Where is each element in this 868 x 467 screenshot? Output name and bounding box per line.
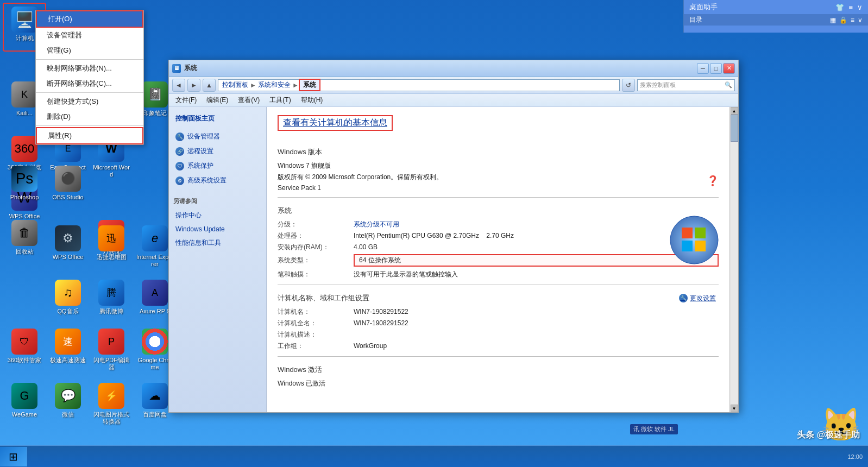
yinxiang-label: 印象笔记 bbox=[143, 110, 167, 117]
panel-list-icon[interactable]: ▦ bbox=[830, 16, 836, 24]
kaili-label: Kaili... bbox=[16, 110, 33, 117]
desktop-icon-tencentweibo[interactable]: 腾 腾讯微博 bbox=[90, 277, 133, 326]
sidebar-perfinfo[interactable]: 性能信息和工具 bbox=[173, 237, 262, 249]
path-sep-2: ► bbox=[292, 81, 299, 89]
kaili-icon: K bbox=[11, 81, 37, 108]
sidebar-advanced[interactable]: ⚙ 高级系统设置 bbox=[173, 174, 262, 187]
window-controls: ─ □ ✕ bbox=[697, 63, 735, 74]
panel-menu-icon[interactable]: ≡ bbox=[848, 3, 853, 11]
sidebar-winupdate[interactable]: Windows Update bbox=[173, 224, 262, 235]
scrollbar-down[interactable]: ▼ bbox=[731, 405, 738, 412]
menu-view[interactable]: 查看(V) bbox=[234, 94, 264, 106]
context-menu-delete[interactable]: 删除(D) bbox=[36, 109, 143, 124]
sidebar-perfinfo-label: 性能信息和工具 bbox=[175, 238, 221, 248]
context-menu-sep1 bbox=[36, 59, 143, 60]
desktop-icon-ps[interactable]: Ps Photoshop bbox=[3, 163, 46, 212]
axure-icon: A bbox=[142, 280, 168, 306]
desktop-icon-speedtest[interactable]: 速 极速高速测速 bbox=[46, 326, 90, 375]
computerfullname-value: WIN7-1908291522 bbox=[354, 319, 719, 327]
content-header-wrapper: 查看有关计算机的基本信息 bbox=[278, 115, 719, 139]
context-menu-sep2 bbox=[36, 92, 143, 93]
desktop-icon-qmusic[interactable]: ♫ QQ音乐 bbox=[46, 277, 90, 326]
menu-edit[interactable]: 编辑(E) bbox=[202, 94, 232, 106]
close-button[interactable]: ✕ bbox=[723, 63, 735, 74]
panel-expand-icon[interactable]: ≡ bbox=[851, 16, 854, 24]
ps-label: Photoshop bbox=[10, 194, 39, 201]
wechat-icon: 💬 bbox=[55, 383, 81, 409]
change-settings-label: 更改设置 bbox=[690, 294, 716, 303]
minimize-button[interactable]: ─ bbox=[697, 63, 709, 74]
panel-menu-label: 目录 bbox=[689, 15, 702, 24]
taskbar: ⊞ 12:00 bbox=[0, 445, 868, 467]
window-sidebar: 控制面板主页 🔧 设备管理器 🔗 远程设置 🛡 系统保护 ⚙ 高级系统设置 bbox=[169, 107, 267, 412]
wechat-label: 微信 bbox=[62, 411, 74, 418]
scrollbar-thumb[interactable] bbox=[731, 115, 738, 142]
desktop-icon-flashimgconv[interactable]: ⚡ 闪电图片格式转换器 bbox=[90, 380, 133, 429]
change-settings-link[interactable]: 🔧 更改设置 bbox=[679, 294, 716, 303]
panel-close-icon[interactable]: ∨ bbox=[858, 16, 863, 24]
path-segment-controlpanel[interactable]: 控制面板 bbox=[221, 80, 250, 90]
sidebar-remoteset[interactable]: 🔗 远程设置 bbox=[173, 145, 262, 157]
refresh-button[interactable]: ↺ bbox=[622, 79, 635, 92]
pdfeditor-icon: P bbox=[98, 329, 124, 355]
windows-copyright-row: 版权所有 © 2009 Microsoft Corporation。保留所有权利… bbox=[278, 173, 719, 182]
sidebar-controlpanel-home[interactable]: 控制面板主页 bbox=[173, 112, 262, 125]
sujianmind-icon: 迅 bbox=[98, 225, 124, 251]
context-menu-open[interactable]: 打开(O) bbox=[36, 10, 143, 28]
desktop-icon-sujianmind[interactable]: 迅 迅捷思维图 bbox=[90, 223, 133, 272]
context-menu-properties[interactable]: 属性(R) bbox=[36, 127, 143, 144]
sidebar-devmgr[interactable]: 🔧 设备管理器 bbox=[173, 130, 262, 143]
obs-icon: ⚫ bbox=[55, 166, 81, 192]
menu-help[interactable]: 帮助(H) bbox=[297, 94, 328, 106]
info-row-rating: 分级： 系统分级不可用 bbox=[278, 220, 719, 229]
context-menu-sep3 bbox=[36, 125, 143, 126]
system-tray: 12:00 bbox=[842, 453, 868, 460]
desktop-icon-wegame[interactable]: G WeGame bbox=[3, 380, 46, 429]
forward-button[interactable]: ► bbox=[187, 79, 200, 92]
path-segment-security[interactable]: 系统和安全 bbox=[256, 80, 292, 90]
search-box[interactable]: 搜索控制面板 🔍 bbox=[637, 79, 735, 91]
desktop-icon-recycle[interactable]: 🗑 回收站 bbox=[3, 217, 46, 266]
desktop-icon-steam[interactable]: ⚙ WPS Office bbox=[46, 223, 90, 272]
desktop-icon-pdfeditor[interactable]: P 闪电PDF编辑器 bbox=[90, 326, 133, 375]
sidebar-action-center-label: 操作中心 bbox=[175, 211, 202, 220]
panel-lock-icon[interactable]: 🔒 bbox=[839, 16, 847, 24]
cpu-label: 处理器： bbox=[278, 231, 354, 241]
up-button[interactable]: ▲ bbox=[203, 79, 216, 92]
sidebar-sysprot[interactable]: 🛡 系统保护 bbox=[173, 160, 262, 172]
back-button[interactable]: ◄ bbox=[172, 79, 185, 92]
sidebar-also-see-title: 另请参阅 bbox=[173, 197, 262, 205]
context-menu-devmgr[interactable]: 设备管理器 bbox=[36, 28, 143, 43]
context-menu-disconnectnet[interactable]: 断开网络驱动器(C)... bbox=[36, 76, 143, 91]
search-placeholder: 搜索控制面板 bbox=[640, 81, 676, 89]
context-menu-createshortcut[interactable]: 创建快捷方式(S) bbox=[36, 94, 143, 109]
address-bar[interactable]: 控制面板 ► 系统和安全 ► 系统 bbox=[218, 79, 620, 91]
window-title-left: 🖥 系统 bbox=[172, 64, 197, 73]
desktop-icon-360mgr[interactable]: 🛡 360软件管家 bbox=[3, 326, 46, 375]
sidebar-action-center[interactable]: 操作中心 bbox=[173, 209, 262, 222]
path-segment-system[interactable]: 系统 bbox=[299, 79, 320, 91]
help-icon[interactable]: ❓ bbox=[707, 175, 719, 187]
tray-time: 12:00 bbox=[847, 453, 863, 460]
panel-controls: 👕 ≡ ∨ bbox=[835, 3, 863, 11]
window-scrollbar[interactable]: ▲ ▼ bbox=[729, 107, 738, 412]
baidupan-label: 百度网盘 bbox=[143, 411, 167, 418]
qmusic-icon: ♫ bbox=[55, 280, 81, 306]
start-button[interactable]: ⊞ bbox=[0, 447, 27, 466]
desktop-icon-wechat[interactable]: 💬 微信 bbox=[46, 380, 90, 429]
scrollbar-up[interactable]: ▲ bbox=[731, 107, 738, 115]
sidebar-remoteset-icon: 🔗 bbox=[175, 147, 184, 156]
scrollbar-track[interactable] bbox=[731, 115, 738, 405]
desktop-icon-obs[interactable]: ⚫ OBS Studio bbox=[46, 163, 90, 212]
panel-chevron-icon[interactable]: ∨ bbox=[857, 3, 863, 11]
ostype-label: 系统类型： bbox=[278, 256, 354, 265]
maximize-button[interactable]: □ bbox=[710, 63, 722, 74]
context-menu-manage[interactable]: 管理(G) bbox=[36, 43, 143, 58]
context-menu-mapnet[interactable]: 映射网络驱动器(N)... bbox=[36, 61, 143, 76]
menu-file[interactable]: 文件(F) bbox=[171, 94, 201, 106]
shirt-icon: 👕 bbox=[835, 3, 844, 11]
info-row-computerdesc: 计算机描述： bbox=[278, 330, 719, 339]
window-titlebar: 🖥 系统 ─ □ ✕ bbox=[169, 60, 738, 77]
flashimgconv-label: 闪电图片格式转换器 bbox=[92, 411, 130, 425]
menu-tools[interactable]: 工具(T) bbox=[265, 94, 295, 106]
